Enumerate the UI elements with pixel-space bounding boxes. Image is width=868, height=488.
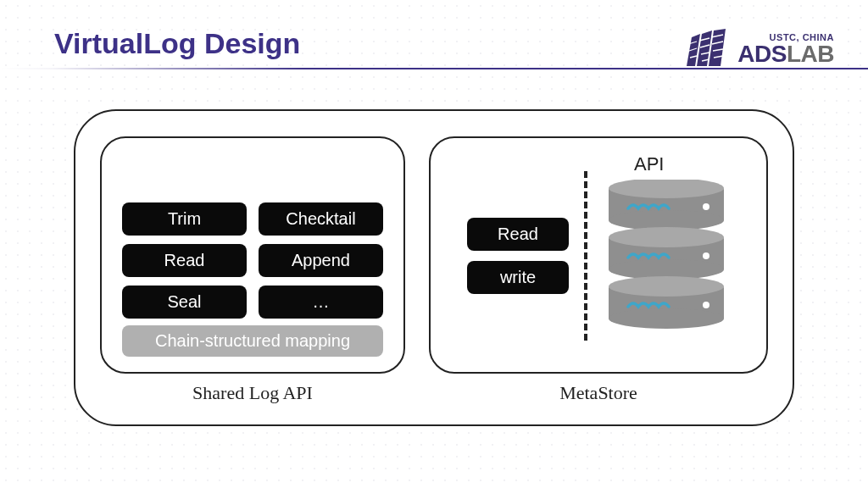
page-title: VirtualLog Design (54, 27, 300, 60)
building-icon (683, 29, 731, 66)
api-op-seal: Seal (122, 286, 247, 319)
api-op-trim: Trim (122, 202, 247, 236)
metastore-box: API Read write (429, 136, 768, 374)
metastore-label: MetaStore (559, 382, 637, 404)
title-underline (0, 68, 868, 69)
chain-structured-mapping: Chain-structured mapping (122, 325, 383, 357)
logo-lab: LAB (787, 42, 834, 66)
logo-ads: ADS (737, 42, 787, 66)
shared-log-api-label: Shared Log API (192, 382, 313, 404)
metastore-op-read: Read (467, 218, 569, 251)
shared-log-api-box: Trim Checktail Read Append Seal … Chain-… (100, 136, 405, 374)
metastore-op-write: write (467, 261, 569, 294)
api-op-append: Append (259, 244, 383, 277)
api-op-more: … (259, 286, 383, 319)
api-boundary-line (584, 171, 587, 341)
database-icon (603, 180, 730, 332)
api-op-checktail: Checktail (259, 202, 383, 236)
virtuallog-outer-box: Trim Checktail Read Append Seal … Chain-… (74, 109, 794, 426)
logo: USTC, CHINA ADSLAB (680, 29, 837, 66)
api-op-read: Read (122, 244, 247, 277)
